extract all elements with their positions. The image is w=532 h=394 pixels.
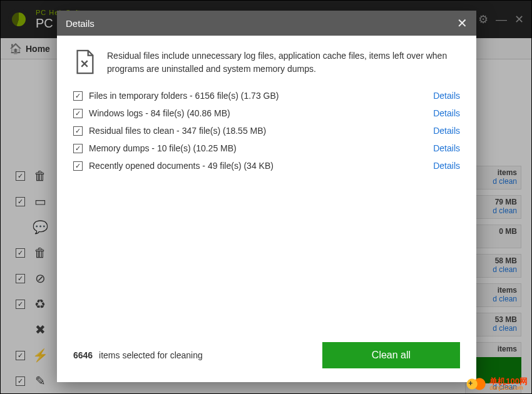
modal-item-row: Recently opened documents - 49 file(s) (… <box>73 161 460 171</box>
modal-item-row: Windows logs - 84 file(s) (40.86 MB)Deta… <box>73 108 460 118</box>
item-details-link[interactable]: Details <box>433 108 460 118</box>
selected-count: 6646 <box>73 350 93 360</box>
modal-body: Residual files include unnecessary log f… <box>57 36 476 342</box>
modal-footer: 6646 items selected for cleaning Clean a… <box>57 342 476 382</box>
item-checkbox[interactable] <box>73 144 83 153</box>
watermark-line2: danji100.com <box>489 385 528 391</box>
modal-description: Residual files include unnecessary log f… <box>107 49 460 77</box>
selected-count-text: items selected for cleaning <box>99 350 203 360</box>
item-label: Recently opened documents - 49 file(s) (… <box>89 161 433 171</box>
item-details-link[interactable]: Details <box>433 143 460 153</box>
item-checkbox[interactable] <box>73 161 83 171</box>
selected-count-line: 6646 items selected for cleaning <box>73 350 203 360</box>
item-details-link[interactable]: Details <box>433 161 460 171</box>
clean-all-button[interactable]: Clean all <box>322 342 460 368</box>
item-checkbox[interactable] <box>73 126 83 136</box>
modal-item-row: Files in temporary folders - 6156 file(s… <box>73 91 460 101</box>
modal-item-list: Files in temporary folders - 6156 file(s… <box>73 91 460 171</box>
residual-files-icon <box>73 49 97 77</box>
modal-item-row: Memory dumps - 10 file(s) (10.25 MB)Deta… <box>73 143 460 153</box>
details-modal: Details ✕ Residual files include unneces… <box>57 11 476 382</box>
modal-item-row: Residual files to clean - 347 file(s) (1… <box>73 126 460 136</box>
item-checkbox[interactable] <box>73 91 83 101</box>
item-details-link[interactable]: Details <box>433 126 460 136</box>
modal-title: Details <box>66 18 95 29</box>
item-label: Files in temporary folders - 6156 file(s… <box>89 91 433 101</box>
item-details-link[interactable]: Details <box>433 91 460 101</box>
modal-close-button[interactable]: ✕ <box>457 16 468 31</box>
modal-header: Details ✕ <box>57 11 476 36</box>
watermark: + 单机100网 danji100.com <box>466 377 528 391</box>
watermark-icon: + <box>466 377 487 391</box>
item-label: Windows logs - 84 file(s) (40.86 MB) <box>89 108 433 118</box>
item-label: Residual files to clean - 347 file(s) (1… <box>89 126 433 136</box>
item-checkbox[interactable] <box>73 109 83 118</box>
item-label: Memory dumps - 10 file(s) (10.25 MB) <box>89 143 433 153</box>
app-window: PC HelpSoft PC ? ⚙ — ✕ Home 🗑▭💬🗑⊘♻✖⚡✎ it… <box>0 0 532 394</box>
